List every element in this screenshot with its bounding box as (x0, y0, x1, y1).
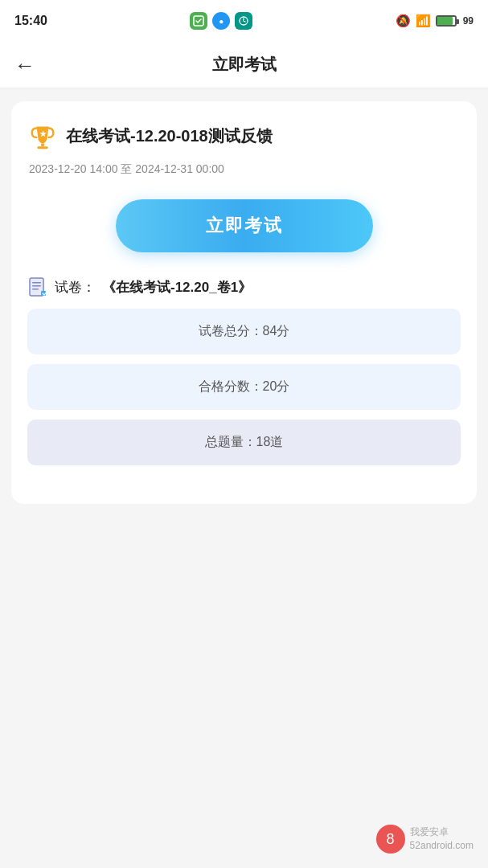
paper-section: 试卷： 《在线考试-12.20_卷1》 试卷总分：84分 合格分数：20分 总题… (27, 276, 461, 465)
svg-rect-7 (32, 289, 39, 290)
svg-text:★: ★ (39, 129, 47, 138)
pass-score-text: 合格分数：20分 (199, 379, 290, 393)
pass-score-row: 合格分数：20分 (27, 364, 461, 410)
exam-date-range: 2023-12-20 14:00 至 2024-12-31 00:00 (29, 162, 461, 177)
svg-rect-5 (32, 282, 41, 284)
app-icon-1 (190, 12, 207, 30)
page-title: 立即考试 (212, 54, 277, 76)
paper-name: 《在线考试-12.20_卷1》 (102, 278, 252, 297)
watermark: 8 我爱安卓 52android.com (376, 825, 474, 854)
svg-rect-1 (41, 144, 44, 147)
start-exam-button[interactable]: 立即考试 (116, 199, 373, 252)
status-time: 15:40 (14, 14, 47, 28)
watermark-text: 我爱安卓 52android.com (410, 825, 474, 853)
svg-rect-6 (32, 285, 41, 287)
content-card: ★ 在线考试-12.20-018测试反馈 2023-12-20 14:00 至 … (11, 101, 477, 504)
exam-title-row: ★ 在线考试-12.20-018测试反馈 (27, 121, 461, 151)
svg-rect-2 (37, 146, 47, 149)
total-questions-row: 总题量：18道 (27, 420, 461, 465)
nav-bar: ← 立即考试 (0, 42, 488, 88)
wifi-icon: 📶 (416, 14, 431, 28)
paper-label-row: 试卷： 《在线考试-12.20_卷1》 (27, 276, 461, 297)
trophy-icon: ★ (27, 121, 58, 151)
system-icons: 🔕 📶 99 (396, 14, 474, 28)
app-icon-3 (235, 12, 252, 30)
paper-doc-icon (27, 276, 48, 297)
silent-icon: 🔕 (396, 14, 411, 28)
status-bar: 15:40 ● 🔕 📶 99 (0, 0, 488, 42)
battery-level: 99 (463, 15, 474, 27)
battery-icon (436, 15, 457, 27)
app-icon-2: ● (212, 12, 230, 30)
start-button-wrap: 立即考试 (27, 199, 461, 252)
exam-title: 在线考试-12.20-018测试反馈 (66, 125, 273, 146)
total-score-text: 试卷总分：84分 (199, 324, 290, 338)
watermark-icon: 8 (376, 825, 405, 854)
paper-label: 试卷： (55, 278, 96, 297)
back-button[interactable]: ← (14, 55, 35, 76)
app-icons: ● (190, 12, 252, 30)
total-questions-text: 总题量：18道 (205, 435, 284, 448)
total-score-row: 试卷总分：84分 (27, 309, 461, 354)
